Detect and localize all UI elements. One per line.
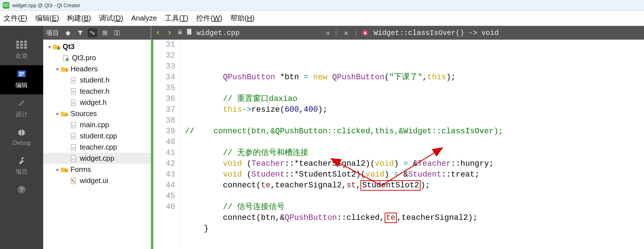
tree-pro-label: Qt3.pro (72, 54, 96, 62)
file-type-icon (186, 28, 193, 37)
tree-student-cpp[interactable]: c+ student.cpp (43, 130, 151, 142)
svg-text:c+: c+ (72, 135, 75, 138)
cpp-file-icon: c+ (70, 155, 78, 162)
nav-forward-icon[interactable]: › (165, 28, 173, 37)
mode-edit-label: 编辑 (15, 81, 28, 89)
menu-build[interactable]: 构建(B) (67, 13, 91, 23)
svg-rect-5 (24, 44, 27, 46)
code-content[interactable]: QPushButton *btn = new QPushButton("下课了"… (180, 40, 644, 249)
add-icon[interactable]: ⊞ (100, 28, 109, 37)
split-icon[interactable] (112, 28, 122, 37)
cpp-file-icon: c+ (70, 144, 78, 151)
menu-widgets[interactable]: 控件(W) (196, 13, 222, 23)
tree-sources[interactable]: ▾ c++ Sources (43, 108, 151, 119)
h-file-icon: h (70, 88, 78, 95)
ui-file-icon (70, 178, 78, 184)
symbol-label[interactable]: Widget::classIsOver() -> void (373, 29, 499, 37)
menu-tools[interactable]: 工具(T) (165, 13, 189, 23)
tree-forms-label: Forms (71, 165, 91, 174)
code-editor[interactable]: 31323334353637383940414243444546 QPushBu… (151, 40, 644, 249)
svg-rect-3 (16, 44, 19, 46)
menu-help[interactable]: 帮助(H) (230, 13, 255, 23)
mode-projects-label: 项目 (15, 168, 28, 176)
project-folder-icon (53, 44, 60, 50)
svg-text:h: h (72, 79, 74, 83)
svg-rect-0 (16, 41, 19, 43)
svg-text:h: h (72, 90, 74, 94)
nav-back-icon[interactable]: ‹ (154, 28, 162, 37)
project-selector-label[interactable]: 项目 (46, 28, 59, 37)
bug-icon (14, 127, 29, 137)
headers-folder-icon: h (60, 66, 68, 72)
mode-edit[interactable]: 编辑 (0, 65, 43, 94)
svg-rect-22 (114, 31, 117, 35)
filter-icon[interactable] (76, 28, 85, 37)
project-pane: 项目 ◆ ⊞ ▾ Qt3 (43, 26, 151, 249)
menu-file[interactable]: 文件(F) (4, 13, 27, 23)
menu-analyze[interactable]: Analyze (131, 14, 157, 22)
svg-rect-2 (24, 41, 27, 43)
svg-rect-1 (20, 41, 23, 43)
cpp-file-icon: c+ (70, 122, 78, 128)
pro-file-icon (62, 55, 70, 61)
mode-projects[interactable]: 项目 (0, 152, 43, 181)
svg-rect-7 (20, 46, 23, 49)
svg-text:h: h (72, 101, 74, 105)
tree-student-cpp-label: student.cpp (80, 132, 117, 140)
current-file-label[interactable]: widget.cpp (196, 29, 240, 37)
svg-rect-23 (117, 31, 119, 35)
h-file-icon: h (70, 99, 78, 106)
tree-widget-cpp-label: widget.cpp (80, 154, 114, 163)
mode-design[interactable]: 设计 (0, 94, 43, 124)
tree-sources-label: Sources (71, 110, 97, 118)
project-toolbar: 项目 ◆ ⊞ (43, 26, 151, 40)
tree-student-h[interactable]: h student.h (43, 75, 151, 86)
svg-rect-46 (364, 32, 366, 34)
tree-headers[interactable]: ▾ h Headers (43, 63, 151, 75)
mode-selector: 欢迎 编辑 设计 Debug 项目 ? (0, 26, 43, 249)
line-number-gutter: 31323334353637383940414243444546 (151, 40, 180, 249)
tree-main-cpp[interactable]: c+ main.cpp (43, 119, 151, 130)
project-dropdown-icon[interactable]: ◆ (63, 28, 73, 37)
tree-teacher-h-label: teacher.h (80, 87, 109, 95)
project-tree[interactable]: ▾ Qt3 Qt3.pro ▾ h Headers (43, 40, 151, 188)
tree-widget-ui[interactable]: widget.ui (43, 175, 151, 186)
svg-rect-4 (20, 44, 23, 46)
tree-teacher-h[interactable]: h teacher.h (43, 86, 151, 97)
menu-edit[interactable]: 编辑(E) (35, 13, 59, 23)
tree-widget-h-label: widget.h (80, 98, 107, 107)
mode-help[interactable]: ? (0, 181, 43, 202)
mode-debug[interactable]: Debug (0, 124, 43, 152)
svg-text:c+: c+ (72, 147, 75, 149)
close-editor-icon[interactable]: ✕ (344, 28, 348, 37)
svg-rect-8 (24, 46, 27, 49)
grid-icon (14, 40, 29, 50)
svg-text:c+: c+ (72, 124, 75, 127)
menu-debug[interactable]: 调试(D) (99, 13, 123, 23)
svg-text:h: h (66, 68, 68, 72)
tree-student-h-label: student.h (80, 76, 109, 84)
tree-pro-file[interactable]: Qt3.pro (43, 52, 151, 63)
editor-pane: ‹ › widget.cpp ◆ | ✕ | Widget::classIsOv… (151, 26, 644, 249)
title-bar: QC widget.cpp @ Qt3 - Qt Creator (0, 0, 644, 11)
lock-icon[interactable] (177, 29, 183, 37)
mode-welcome-label: 欢迎 (15, 52, 28, 60)
svg-rect-6 (16, 46, 19, 49)
svg-point-26 (66, 58, 69, 61)
tree-widget-h[interactable]: h widget.h (43, 97, 151, 108)
svg-text:?: ? (20, 187, 23, 193)
svg-point-24 (57, 47, 60, 50)
file-dropdown-icon[interactable]: ◆ (326, 28, 330, 37)
mode-welcome[interactable]: 欢迎 (0, 36, 43, 65)
tree-teacher-cpp-label: teacher.cpp (80, 143, 117, 151)
tree-forms[interactable]: ▾ Forms (43, 164, 151, 175)
link-icon[interactable] (88, 28, 97, 37)
tree-widget-ui-label: widget.ui (80, 177, 108, 185)
tree-teacher-cpp[interactable]: c+ teacher.cpp (43, 142, 151, 153)
pencil-icon (14, 98, 29, 108)
tree-main-cpp-label: main.cpp (80, 121, 109, 129)
help-icon: ? (14, 184, 29, 195)
tree-root[interactable]: ▾ Qt3 (43, 41, 151, 52)
editor-toolbar: ‹ › widget.cpp ◆ | ✕ | Widget::classIsOv… (151, 26, 644, 40)
tree-widget-cpp[interactable]: c+ widget.cpp (43, 153, 151, 164)
